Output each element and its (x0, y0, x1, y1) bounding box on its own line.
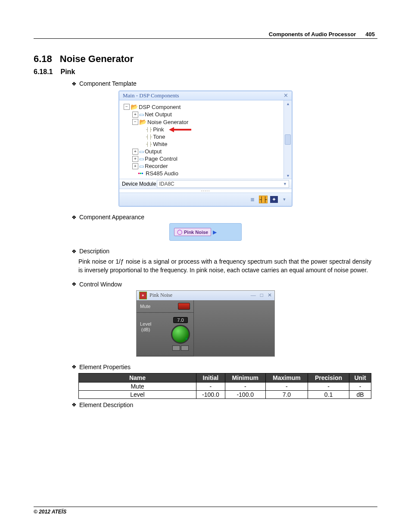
node-icon: ▭ (139, 112, 144, 118)
diamond-icon: ❖ (72, 249, 77, 254)
level-row: Level (dB) 7.0 (137, 313, 193, 356)
tree-node-output[interactable]: + ▭ Output (124, 148, 282, 155)
tree-node-rs485-audio[interactable]: RS485 Audio (124, 170, 282, 177)
panel-titlebar: Main - DSP Components ✕ (119, 91, 292, 100)
diamond-icon: ❖ (72, 364, 77, 370)
red-arrow-icon (169, 127, 191, 132)
cell: Level (79, 390, 196, 398)
heading-title: Noise Generator (60, 53, 134, 65)
bullet-element-properties: ❖ Element Properties (72, 364, 377, 370)
header-section: Components of Audio Processor (269, 31, 356, 37)
level-value: 7.0 (173, 317, 187, 323)
slider-icon: ┤├ (146, 127, 152, 132)
bullet-label: Control Window (79, 281, 122, 288)
bullet-element-description: ❖ Element Description (72, 401, 377, 408)
close-icon[interactable]: ✕ (268, 292, 272, 299)
resize-grip[interactable]: ▪▪▪▪▪ (119, 189, 292, 193)
tree-node-pink[interactable]: ┤├ Pink (124, 126, 282, 133)
bullet-description: ❖ Description (72, 248, 377, 255)
tree-node-tone[interactable]: ┤├ Tone (124, 133, 282, 140)
folder-open-icon: 📂 (139, 118, 146, 125)
folder-open-icon: 📂 (131, 103, 138, 110)
level-decrement-button[interactable] (172, 345, 180, 351)
scroll-down-icon[interactable]: ▾ (287, 173, 289, 178)
device-module-dropdown[interactable]: IDA8C ▼ (157, 180, 289, 188)
scroll-thumb[interactable] (285, 134, 291, 145)
tree-label: Pink (153, 126, 164, 133)
subheading-number: 6.18.1 (34, 68, 53, 76)
tree-node-page-control[interactable]: + ▭ Page Control (124, 155, 282, 162)
cell: - (265, 382, 308, 390)
col-precision: Precision (308, 373, 349, 382)
tree-label: RS485 Audio (146, 170, 178, 177)
col-initial: Initial (196, 373, 225, 382)
output-arrow-icon: ▶ (213, 229, 217, 235)
header-page-number: 405 (365, 31, 375, 37)
heading-6-18-1: 6.18.1 Pink (34, 68, 377, 76)
mute-toggle[interactable] (178, 303, 190, 310)
chevron-down-icon: ▼ (283, 182, 287, 186)
mute-row: Mute (137, 300, 193, 313)
tree-node-noise-generator[interactable]: − 📂 Noise Generator (124, 118, 282, 126)
collapse-icon[interactable]: − (132, 119, 138, 125)
level-knob[interactable] (171, 325, 190, 344)
heading-6-18: 6.18 Noise Generator (34, 53, 377, 65)
node-icon: ▭ (139, 163, 144, 169)
col-minimum: Minimum (225, 373, 265, 382)
expand-icon[interactable]: + (132, 112, 138, 118)
level-label: Level (dB) (140, 321, 151, 333)
chevron-down-icon[interactable]: ▼ (280, 196, 288, 203)
settings-icon[interactable]: ✦ (270, 196, 278, 203)
tree-label: Tone (153, 134, 165, 140)
module-icon (138, 173, 143, 174)
minimize-icon[interactable]: — (251, 292, 256, 299)
expand-icon[interactable]: + (132, 149, 138, 155)
page-header: Components of Audio Processor 405 (34, 31, 377, 39)
dsp-components-panel: Main - DSP Components ✕ − 📂 DSP Componen… (118, 90, 293, 207)
device-module-label: Device Module (119, 180, 157, 188)
cell: 7.0 (265, 390, 308, 398)
bullet-component-appearance: ❖ Component Appearance (72, 214, 377, 221)
diamond-icon: ❖ (72, 81, 77, 87)
control-title-text: Pink Noise (149, 292, 172, 299)
tree-label: Noise Generator (147, 119, 188, 125)
tree-node-recorder[interactable]: + ▭ Recorder (124, 162, 282, 170)
cell: Mute (79, 382, 196, 390)
list-view-icon[interactable]: ≣ (249, 196, 256, 203)
tree-label: Output (145, 148, 162, 155)
bullet-control-window: ❖ Control Window (72, 281, 377, 288)
page-footer: © 2012 ATEÏS (34, 507, 377, 515)
cell: 0.1 (308, 390, 349, 398)
node-icon: ▭ (139, 156, 144, 162)
bullet-label: Element Description (79, 401, 133, 408)
table-row: Level -100.0 -100.0 7.0 0.1 dB (79, 390, 371, 398)
bullet-label: Component Appearance (79, 214, 144, 221)
tree-label: Net Output (145, 111, 172, 118)
slider-view-icon[interactable]: ┤├ (259, 196, 268, 203)
maximize-icon[interactable]: □ (260, 292, 263, 299)
expand-icon[interactable]: + (132, 156, 138, 162)
description-text: Pink noise or 1/ƒ noise is a signal or p… (78, 257, 371, 275)
scrollbar-vertical[interactable]: ▴ ▾ (283, 100, 292, 179)
pink-noise-chip[interactable]: ◯ Pink Noise (174, 228, 211, 236)
diamond-icon: ❖ (72, 402, 77, 408)
cell: -100.0 (225, 390, 265, 398)
svg-marker-0 (169, 127, 191, 132)
tree-label: DSP Component (139, 104, 181, 110)
cell: - (196, 382, 225, 390)
diamond-icon: ❖ (72, 281, 77, 287)
oval-icon: ◯ (177, 229, 182, 235)
tree-node-dsp-component[interactable]: − 📂 DSP Component (124, 103, 282, 111)
tree-node-white[interactable]: ┤├ White (124, 140, 282, 148)
collapse-icon[interactable]: − (124, 104, 130, 110)
bullet-label: Description (79, 248, 109, 255)
scroll-up-icon[interactable]: ▴ (287, 101, 289, 106)
heading-number: 6.18 (34, 53, 52, 65)
level-increment-button[interactable] (181, 345, 189, 351)
expand-icon[interactable]: + (132, 163, 138, 169)
tree-label: Recorder (145, 163, 168, 169)
component-tree[interactable]: − 📂 DSP Component + ▭ Net Output − 📂 Noi… (119, 100, 283, 179)
cell: - (349, 382, 371, 390)
tree-node-net-output[interactable]: + ▭ Net Output (124, 111, 282, 118)
close-icon[interactable]: ✕ (283, 92, 288, 99)
